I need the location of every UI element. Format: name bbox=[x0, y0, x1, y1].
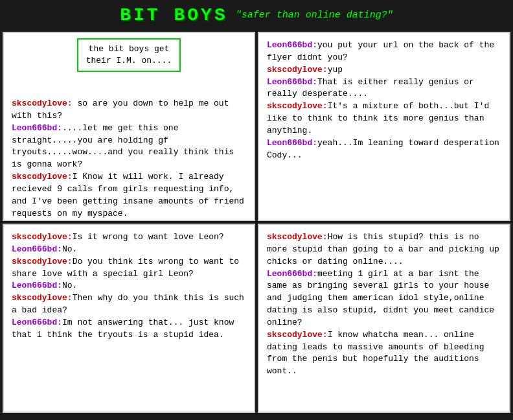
user-leon-p3m4: Leon666bd: bbox=[12, 281, 62, 290]
user-leon-p2m1: Leon666bd: bbox=[267, 40, 317, 50]
msg-p2m2: yup bbox=[328, 65, 343, 75]
user-leon-p3m2: Leon666bd: bbox=[12, 244, 62, 254]
panel-4: skscodylove:How is this stupid? this is … bbox=[258, 224, 510, 413]
panel-2: Leon666bd:you put your url on the back o… bbox=[258, 32, 510, 221]
user-skscode-p3m3: skscodylove: bbox=[12, 257, 73, 266]
panel-1: the bit boys get their I.M. on.... sksco… bbox=[3, 32, 255, 221]
user-skscode-p4m3: skscodylove: bbox=[267, 330, 328, 340]
app-title: BIT BOYS bbox=[120, 5, 227, 25]
user-skscode-p4m1: skscodylove: bbox=[267, 232, 328, 242]
header: BIT BOYS "safer than online dating?" bbox=[0, 0, 513, 29]
user-leon-p2m3: Leon666bd: bbox=[267, 77, 317, 87]
msg-p3m2: No. bbox=[62, 244, 77, 254]
user-leon-p2m5: Leon666bd: bbox=[267, 138, 317, 148]
user-skscode-p2m2: skscodylove: bbox=[267, 65, 328, 75]
panel-1-chat: skscodylove: so are you down to help me … bbox=[12, 98, 246, 220]
callout-box: the bit boys get their I.M. on.... bbox=[77, 38, 181, 72]
panel-3: skscodylove:Is it wrong to want love Leo… bbox=[3, 224, 255, 413]
msg-p3m4: No. bbox=[62, 281, 77, 290]
user-skscode-p2m4: skscodylove: bbox=[267, 101, 328, 111]
user-leon-p4m2: Leon666bd: bbox=[267, 269, 317, 279]
user-skscode-p1m3: skscodylove: bbox=[12, 172, 73, 181]
app-subtitle: "safer than online dating?" bbox=[236, 10, 393, 21]
user-skscode-p1m1: skscodylove: bbox=[12, 99, 73, 108]
user-leon-p1m2: Leon666bd: bbox=[12, 123, 62, 133]
user-skscode-p3m5: skscodylove: bbox=[12, 293, 73, 303]
user-leon-p3m6: Leon666bd: bbox=[12, 318, 62, 327]
user-skscode-p3m1: skscodylove: bbox=[12, 232, 73, 242]
msg-p3m1: Is it wrong to want love Leon? bbox=[73, 232, 224, 242]
chat-grid: the bit boys get their I.M. on.... sksco… bbox=[0, 29, 513, 415]
